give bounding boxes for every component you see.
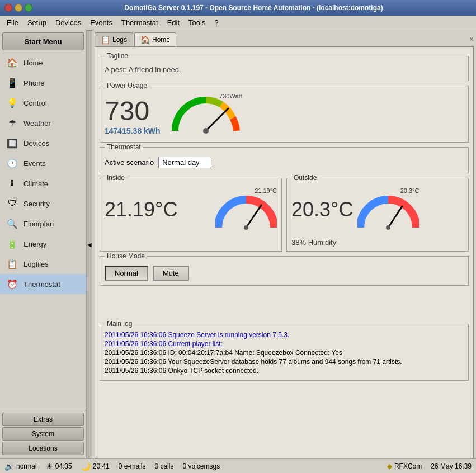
sidebar-item-home[interactable]: 🏠 Home: [0, 53, 86, 73]
tagline-section-title: Tagline: [105, 52, 130, 60]
outside-section-title: Outside: [291, 174, 319, 182]
tab-bar: 📋 Logs 🏠 Home: [92, 30, 476, 46]
moon-icon: 🌙: [81, 462, 91, 471]
sidebar-item-logfiles[interactable]: 📋 Logfiles: [0, 254, 86, 274]
status-calls: 0 calls: [154, 462, 173, 470]
power-usage-content: 730 147415.38 kWh 730Watt: [105, 93, 464, 138]
main-log-section-title: Main log: [105, 320, 134, 328]
outside-gauge-label: 20.3°C: [400, 187, 420, 194]
inside-gauge-area: 21.19°C: [182, 187, 277, 231]
menu-thermostat[interactable]: Thermostat: [117, 17, 163, 28]
sidebar-item-security[interactable]: 🛡 Security: [0, 193, 86, 214]
log-line-1: 2011/05/26 16:36:06 Squeeze Server is ru…: [105, 331, 464, 339]
home-tab-icon: 🏠: [140, 35, 150, 44]
power-usage-section-title: Power Usage: [105, 82, 149, 89]
mute-mode-button[interactable]: Mute: [153, 266, 189, 281]
svg-line-0: [206, 108, 228, 131]
status-date: 26 May 16:39: [431, 462, 472, 470]
sidebar-item-control[interactable]: 💡 Control: [0, 93, 86, 113]
thermostat-icon: ⏰: [6, 277, 19, 291]
status-time1-text: 04:35: [55, 462, 72, 470]
menu-help[interactable]: ?: [210, 17, 223, 28]
menu-events[interactable]: Events: [86, 17, 117, 28]
normal-mode-button[interactable]: Normal: [105, 266, 148, 281]
outside-temperature: 20.3°C: [291, 198, 353, 221]
outside-gauge-area: 20.3°C: [357, 187, 419, 231]
menu-tools[interactable]: Tools: [184, 17, 210, 28]
log-line-3: 2011/05/26 16:36:06 ID: 00:04:20:17:7a:b…: [105, 349, 464, 357]
power-gauge-container: 730Watt: [169, 93, 242, 138]
window-title: DomotiGa Server 0.1.197 - Open Source Ho…: [36, 4, 472, 12]
log-content: 2011/05/26 16:36:06 Squeeze Server is ru…: [105, 331, 464, 375]
inner-content: Tagline A pest: A friend in need. Power …: [95, 46, 474, 458]
svg-point-3: [244, 225, 248, 230]
sidebar-label-logfiles: Logfiles: [23, 260, 49, 268]
sound-icon: 🔊: [4, 462, 14, 471]
sidebar-item-thermostat[interactable]: ⏰ Thermostat: [0, 274, 86, 294]
status-emails: 0 e-mails: [119, 462, 146, 470]
extras-button[interactable]: Extras: [2, 413, 84, 426]
menu-devices[interactable]: Devices: [51, 17, 86, 28]
scenario-select-wrapper: Normal day Away Night Vacation: [158, 157, 211, 168]
inside-temperature: 21.19°C: [105, 198, 177, 221]
sidebar-label-weather: Weather: [23, 119, 51, 127]
sidebar-label-phone: Phone: [23, 79, 45, 87]
sidebar-nav: 🏠 Home 📱 Phone 💡 Control ☂ Weather 🔲 Dev…: [0, 53, 86, 410]
tab-logs-label: Logs: [112, 36, 127, 44]
minimize-window-button[interactable]: [15, 4, 22, 12]
logfiles-icon: 📋: [6, 257, 19, 271]
locations-button[interactable]: Locations: [2, 442, 84, 455]
status-calls-text: 0 calls: [154, 462, 173, 470]
menu-edit[interactable]: Edit: [163, 17, 184, 28]
sidebar-item-devices[interactable]: 🔲 Devices: [0, 133, 86, 153]
scenario-select[interactable]: Normal day Away Night Vacation: [158, 157, 211, 168]
control-icon: 💡: [6, 96, 19, 110]
tagline-section: Tagline A pest: A friend in need.: [100, 56, 469, 81]
maximize-window-button[interactable]: [25, 4, 32, 12]
sidebar-collapse-arrow[interactable]: ◀: [87, 30, 92, 458]
close-window-button[interactable]: [4, 4, 12, 12]
log-line-4: 2011/05/26 16:36:06 Your SqueezeServer d…: [105, 358, 464, 366]
events-icon: 🕐: [6, 157, 19, 170]
inside-section: Inside 21.19°C 21.19°C: [100, 178, 282, 252]
sidebar-item-weather[interactable]: ☂ Weather: [0, 113, 86, 133]
logs-tab-icon: 📋: [101, 35, 110, 44]
menu-file[interactable]: File: [2, 17, 23, 28]
sidebar-item-floorplan[interactable]: 🔍 Floorplan: [0, 214, 86, 234]
sidebar-label-security: Security: [23, 200, 50, 208]
log-line-2: 2011/05/26 16:36:06 Current player list:: [105, 340, 464, 348]
status-bar: 🔊 normal ☀ 04:35 🌙 20:41 0 e-mails 0 cal…: [0, 458, 476, 473]
inside-gauge-label: 21.19°C: [255, 187, 277, 194]
tab-logs[interactable]: 📋 Logs: [95, 32, 133, 46]
start-menu-button[interactable]: Start Menu: [2, 32, 84, 50]
status-emails-text: 0 e-mails: [119, 462, 146, 470]
house-mode-section-title: House Mode: [105, 252, 147, 260]
menu-setup[interactable]: Setup: [23, 17, 51, 28]
log-line-5: 2011/05/26 16:36:06 Onkyo TCP socket con…: [105, 367, 464, 375]
status-rfxcom: ◆ RFXCom: [387, 462, 422, 470]
status-time2-text: 20:41: [93, 462, 110, 470]
sidebar-label-home: Home: [23, 59, 43, 67]
sidebar-label-climate: Climate: [23, 179, 48, 188]
tab-home[interactable]: 🏠 Home: [134, 32, 176, 46]
status-right: ◆ RFXCom 26 May 16:39: [387, 462, 472, 470]
status-date-text: 26 May 16:39: [431, 462, 472, 470]
power-kwh: 147415.38 kWh: [105, 126, 161, 135]
spacer: [100, 290, 469, 324]
status-voicemails-text: 0 voicemsgs: [182, 462, 220, 470]
sidebar-item-climate[interactable]: 🌡 Climate: [0, 173, 86, 193]
tab-close-button[interactable]: ×: [469, 35, 474, 44]
outside-gauge-svg: [357, 195, 419, 231]
house-mode-section: House Mode Normal Mute: [100, 256, 469, 286]
sidebar-label-devices: Devices: [23, 139, 49, 148]
inside-section-title: Inside: [105, 174, 127, 182]
window-controls: [4, 4, 32, 12]
sidebar-item-events[interactable]: 🕐 Events: [0, 153, 86, 173]
sidebar-item-phone[interactable]: 📱 Phone: [0, 73, 86, 93]
sidebar-item-energy[interactable]: 🔋 Energy: [0, 234, 86, 254]
tab-bar-wrapper: 📋 Logs 🏠 Home ×: [92, 30, 476, 46]
outside-section: Outside 20.3°C 20.3°C: [286, 178, 469, 252]
status-time1: ☀ 04:35: [46, 462, 72, 471]
system-button[interactable]: System: [2, 427, 84, 441]
sidebar-label-control: Control: [23, 99, 47, 107]
